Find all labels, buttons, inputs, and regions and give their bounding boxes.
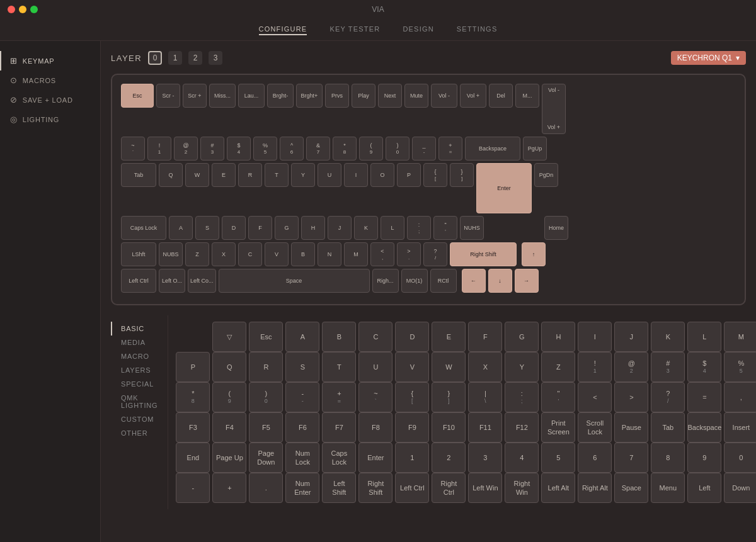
picker-key-1-3[interactable]: S xyxy=(285,352,319,382)
picker-key-0-0[interactable] xyxy=(176,322,210,352)
sidebar-item-keymap[interactable]: ⊞ KEYMAP xyxy=(0,51,100,71)
nav-settings[interactable]: SETTINGS xyxy=(457,24,498,35)
picker-key-0-14[interactable]: L xyxy=(687,322,721,352)
key-vol-pair[interactable]: Vol - Vol + xyxy=(542,84,566,134)
cat-basic[interactable]: BASIC xyxy=(111,322,168,336)
key-o[interactable]: O xyxy=(370,163,394,187)
key-b[interactable]: B xyxy=(291,242,315,266)
picker-key-4-9[interactable]: 4 xyxy=(505,443,539,473)
key-lbracket[interactable]: {[ xyxy=(423,163,447,187)
key-esc[interactable]: Esc xyxy=(121,84,154,108)
picker-key-1-0[interactable]: P xyxy=(176,352,210,382)
key-lwin[interactable]: Left O... xyxy=(159,269,185,293)
picker-key-4-7[interactable]: 2 xyxy=(432,443,466,473)
key-nubs[interactable]: NUBS xyxy=(159,242,183,266)
picker-key-5-14[interactable]: Left xyxy=(687,473,721,503)
picker-key-5-12[interactable]: Space xyxy=(614,473,648,503)
key-k[interactable]: K xyxy=(354,216,378,240)
key-next[interactable]: Next xyxy=(378,84,402,108)
picker-key-4-5[interactable]: Enter xyxy=(358,443,392,473)
picker-key-0-11[interactable]: I xyxy=(578,322,612,352)
picker-key-1-10[interactable]: Z xyxy=(541,352,575,382)
key-4[interactable]: $4 xyxy=(227,137,251,161)
key-del-fn[interactable]: Del xyxy=(489,84,513,108)
key-down[interactable]: ↓ xyxy=(488,269,512,293)
cat-qmk-lighting[interactable]: QMK LIGHTING xyxy=(111,391,168,412)
close-button[interactable] xyxy=(8,6,15,13)
key-w[interactable]: W xyxy=(185,163,209,187)
cat-macro[interactable]: MACRO xyxy=(111,349,168,363)
key-rctrl[interactable]: RCtl xyxy=(430,269,457,293)
key-vol-minus[interactable]: Vol - xyxy=(431,84,457,108)
picker-key-3-8[interactable]: F11 xyxy=(468,412,502,443)
key-rbracket[interactable]: }] xyxy=(450,163,474,187)
picker-key-1-6[interactable]: V xyxy=(395,352,429,382)
key-q[interactable]: Q xyxy=(159,163,183,187)
minimize-button[interactable] xyxy=(19,6,26,13)
picker-key-5-3[interactable]: NumEnter xyxy=(285,473,319,503)
key-0[interactable]: )0 xyxy=(386,137,410,161)
key-semicolon[interactable]: :; xyxy=(407,216,431,240)
picker-key-5-5[interactable]: RightShift xyxy=(358,473,392,503)
key-slash[interactable]: ?/ xyxy=(423,242,447,266)
key-backspace[interactable]: Backspace xyxy=(465,137,520,161)
key-lalt[interactable]: Left Co... xyxy=(188,269,216,293)
cat-custom[interactable]: CUSTOM xyxy=(111,412,168,426)
key-c[interactable]: C xyxy=(238,242,262,266)
key-miss[interactable]: Miss... xyxy=(209,84,236,108)
nav-key-tester[interactable]: KEY TESTER xyxy=(329,24,380,35)
key-5[interactable]: %5 xyxy=(253,137,277,161)
key-rwin[interactable]: Righ... xyxy=(372,269,399,293)
key-nuhs[interactable]: NUHS xyxy=(460,216,484,240)
key-m[interactable]: M xyxy=(344,242,368,266)
key-y[interactable]: Y xyxy=(291,163,315,187)
picker-key-1-15[interactable]: %5 xyxy=(724,352,756,382)
picker-key-0-1[interactable]: ▽ xyxy=(212,322,246,352)
key-t[interactable]: T xyxy=(265,163,289,187)
picker-key-3-4[interactable]: F7 xyxy=(322,412,356,443)
key-capslock[interactable]: Caps Lock xyxy=(121,216,166,240)
picker-key-5-8[interactable]: Left Win xyxy=(468,473,502,503)
picker-key-0-2[interactable]: Esc xyxy=(249,322,283,352)
picker-key-1-11[interactable]: !1 xyxy=(578,352,612,382)
key-scr-plus[interactable]: Scr + xyxy=(183,84,207,108)
picker-key-3-2[interactable]: F5 xyxy=(249,412,283,443)
picker-key-5-2[interactable]: . xyxy=(249,473,283,503)
picker-key-5-4[interactable]: LeftShift xyxy=(322,473,356,503)
picker-key-2-7[interactable]: }] xyxy=(432,382,466,412)
key-pgup[interactable]: PgUp xyxy=(523,137,547,161)
picker-key-3-10[interactable]: PrintScreen xyxy=(541,412,575,443)
key-quote[interactable]: "' xyxy=(433,216,457,240)
picker-key-2-13[interactable]: ?/ xyxy=(651,382,685,412)
key-z[interactable]: Z xyxy=(185,242,209,266)
key-i[interactable]: I xyxy=(344,163,368,187)
key-g[interactable]: G xyxy=(275,216,299,240)
picker-key-2-10[interactable]: "' xyxy=(541,382,575,412)
key-r[interactable]: R xyxy=(238,163,262,187)
key-home[interactable]: Home xyxy=(544,216,568,240)
cat-media[interactable]: MEDIA xyxy=(111,336,168,349)
picker-key-0-15[interactable]: M xyxy=(724,322,756,352)
layer-btn-2[interactable]: 2 xyxy=(188,51,202,65)
key-rshift[interactable]: Right Shift xyxy=(450,242,517,266)
picker-key-5-0[interactable]: - xyxy=(176,473,210,503)
key-scr-minus[interactable]: Scr - xyxy=(156,84,180,108)
picker-key-4-4[interactable]: CapsLock xyxy=(322,443,356,473)
key-equals[interactable]: += xyxy=(438,137,462,161)
cat-other[interactable]: OTHER xyxy=(111,426,168,440)
picker-key-1-2[interactable]: R xyxy=(249,352,283,382)
picker-key-5-10[interactable]: Left Alt xyxy=(541,473,575,503)
key-3[interactable]: #3 xyxy=(200,137,224,161)
picker-key-0-5[interactable]: C xyxy=(358,322,392,352)
key-v[interactable]: V xyxy=(265,242,289,266)
key-d[interactable]: D xyxy=(222,216,246,240)
picker-key-2-11[interactable]: < xyxy=(578,382,612,412)
picker-key-3-11[interactable]: ScrollLock xyxy=(578,412,612,443)
key-9[interactable]: (9 xyxy=(359,137,383,161)
key-prvs[interactable]: Prvs xyxy=(325,84,349,108)
picker-key-5-15[interactable]: Down xyxy=(724,473,756,503)
picker-key-3-12[interactable]: Pause xyxy=(614,412,648,443)
layer-btn-0[interactable]: 0 xyxy=(148,51,162,65)
key-6[interactable]: ^6 xyxy=(280,137,304,161)
picker-key-3-1[interactable]: F4 xyxy=(212,412,246,443)
